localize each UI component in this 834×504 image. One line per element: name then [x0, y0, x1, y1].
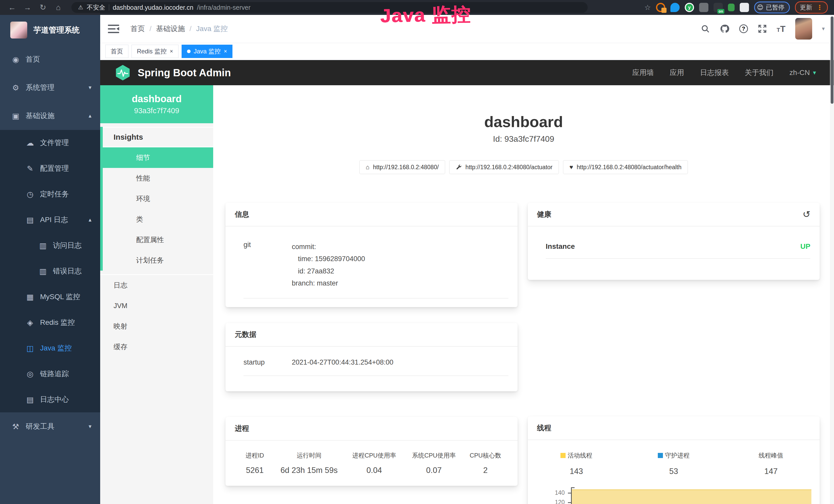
metadata-row-label: startup [243, 359, 292, 366]
user-avatar[interactable] [795, 18, 812, 40]
sidebar-item-trace[interactable]: ◎链路追踪 [0, 361, 100, 387]
breadcrumb-home[interactable]: 首页 [130, 24, 145, 33]
sba-nav-journal[interactable]: 日志报表 [700, 68, 729, 77]
app-logo-row[interactable]: 芋道管理系统 [0, 15, 100, 45]
sba-item-mappings[interactable]: 映射 [100, 316, 213, 337]
url-domain: dashboard.yudao.iocoder.cn [113, 4, 193, 11]
sba-instance-header[interactable]: dashboard 93a3fc7f7409 [100, 85, 213, 123]
active-dot [187, 49, 191, 53]
address-bar[interactable]: ⚠ 不安全 dashboard.yudao.iocoder.cn/infra/a… [71, 2, 588, 13]
sba-item-metrics[interactable]: 性能 [103, 168, 213, 188]
sba-locale-select[interactable]: zh-CN▾ [790, 69, 816, 77]
search-icon[interactable] [701, 24, 710, 33]
chevron-down-icon: ▾ [89, 84, 91, 91]
metadata-startup-row: startup 2021-04-27T00:44:31.254+08:00 [243, 359, 508, 376]
scrollbar-thumb[interactable] [831, 17, 833, 104]
sba-nav: 应用墙 应用 日志报表 关于我们 zh-CN▾ [632, 68, 816, 77]
history-icon[interactable]: ↺ [803, 209, 810, 220]
sidebar-item-mysql-monitor[interactable]: ▦MySQL 监控 [0, 284, 100, 310]
app-title: 芋道管理系统 [34, 25, 80, 36]
infrastructure-icon: ▣ [11, 111, 20, 120]
sba-brand[interactable]: Spring Boot Admin [114, 65, 231, 81]
info-card: 信息 git commit: time: 1596289704000 id: 2… [225, 203, 518, 307]
tab-home[interactable]: 首页 [105, 45, 128, 58]
font-size-icon[interactable]: TT [777, 24, 786, 34]
browser-forward-icon[interactable]: → [22, 0, 34, 15]
sba-item-jvm[interactable]: JVM [100, 296, 213, 316]
process-val-uptime: 6d 23h 15m 59s [274, 466, 345, 475]
actuator-url: http://192.168.0.2:48080/actuator [465, 164, 552, 171]
breadcrumb-infrastructure[interactable]: 基础设施 [156, 24, 185, 33]
sba-section-insights[interactable]: Insights [103, 127, 213, 147]
sba-item-caches[interactable]: 缓存 [100, 337, 213, 357]
tab-java-monitor[interactable]: Java 监控× [182, 45, 233, 58]
close-icon[interactable]: × [170, 48, 173, 55]
sidebar-item-error-log[interactable]: ▥错误日志 [0, 258, 100, 284]
redis-icon: ◈ [26, 318, 35, 327]
legend-daemon-threads: 守护进程 53 [625, 451, 722, 476]
emoji-avatar: 😊 [757, 4, 763, 11]
sidebar-item-label: Java 监控 [40, 343, 72, 353]
sidebar-item-access-log[interactable]: ▥访问日志 [0, 233, 100, 258]
extension-icon-grid[interactable] [699, 3, 708, 12]
process-col-cpus: CPU核心数 [464, 451, 507, 460]
extensions-puzzle-icon[interactable] [740, 3, 749, 12]
chevron-up-icon: ▴ [89, 216, 91, 223]
browser-reload-icon[interactable]: ↻ [37, 0, 49, 15]
browser-home-icon[interactable]: ⌂ [52, 0, 64, 15]
extension-icon-y[interactable]: y [685, 3, 694, 12]
info-row-label: git [243, 241, 292, 289]
sba-item-logs[interactable]: 日志 [100, 275, 213, 296]
paused-label: 已暂停 [766, 3, 785, 12]
api-log-icon: ▤ [26, 215, 35, 224]
sidebar-collapse-icon[interactable] [108, 24, 119, 33]
sba-item-environment[interactable]: 环境 [103, 188, 213, 209]
sidebar-item-config-manage[interactable]: ✎配置管理 [0, 156, 100, 181]
sidebar-item-java-monitor[interactable]: ◫Java 监控 [0, 335, 100, 361]
y-tick-140: 140 [538, 489, 565, 496]
extension-icon-pin[interactable] [671, 3, 680, 12]
sba-nav-applications[interactable]: 应用 [670, 68, 684, 77]
sba-nav-wallboard[interactable]: 应用墙 [632, 68, 654, 77]
actuator-url-button[interactable]: http://192.168.0.2:48080/actuator [449, 160, 559, 174]
sidebar-item-redis-monitor[interactable]: ◈Redis 监控 [0, 310, 100, 335]
sidebar-item-dev-tools[interactable]: ⚒ 研发工具 ▾ [0, 412, 100, 441]
sidebar-item-home[interactable]: ◉ 首页 [0, 45, 100, 73]
git-branch-line: branch: master [292, 277, 365, 289]
sidebar-item-label: 配置管理 [40, 164, 69, 173]
profile-paused-pill[interactable]: 😊已暂停 [754, 2, 790, 13]
tab-redis-monitor[interactable]: Redis 监控× [132, 45, 178, 58]
extension-icon-switch[interactable]: on [714, 3, 723, 12]
sba-item-classes[interactable]: 类 [103, 209, 213, 230]
fullscreen-icon[interactable] [758, 24, 767, 33]
avatar-caret-icon[interactable]: ▾ [822, 25, 825, 32]
extension-icon-leaf[interactable] [728, 4, 734, 11]
page-scrollbar[interactable] [830, 15, 834, 504]
sidebar-item-api-log[interactable]: ▤API 日志▴ [0, 207, 100, 233]
sidebar-item-system[interactable]: ⚙ 系统管理 ▾ [0, 73, 100, 102]
sba-nav-about[interactable]: 关于我们 [745, 68, 774, 77]
dashboard-icon: ◉ [11, 55, 20, 64]
help-icon[interactable]: ? [739, 24, 748, 33]
legend-peak-threads: 线程峰值 147 [722, 451, 820, 476]
bookmark-star-icon[interactable]: ☆ [644, 3, 651, 12]
browser-back-icon[interactable]: ← [6, 0, 18, 15]
cards-right-column: 健康 ↺ Instance UP [528, 203, 820, 504]
chevron-up-icon: ▴ [89, 112, 91, 119]
browser-update-button[interactable]: 更新⋮ [795, 1, 828, 14]
sidebar-item-file-manage[interactable]: ☁文件管理 [0, 130, 100, 156]
sba-item-scheduled-tasks[interactable]: 计划任务 [103, 250, 213, 271]
process-val-cpus: 2 [464, 466, 507, 475]
sba-item-details[interactable]: 细节 [103, 147, 213, 168]
sidebar-item-log-center[interactable]: ▤日志中心 [0, 387, 100, 412]
sba-item-config-props[interactable]: 配置属性 [103, 230, 213, 250]
browser-menu-icon[interactable]: ⋮ [816, 4, 823, 12]
health-url-button[interactable]: ♥ http://192.168.0.2:48080/actuator/heal… [563, 160, 688, 174]
github-icon[interactable] [720, 24, 729, 33]
app-sidebar: 芋道管理系统 ◉ 首页 ⚙ 系统管理 ▾ ▣ 基础设施 ▴ ☁文件管理 ✎配置管… [0, 15, 100, 504]
close-icon[interactable]: × [224, 48, 227, 55]
sidebar-item-infrastructure[interactable]: ▣ 基础设施 ▴ [0, 102, 100, 130]
service-url-button[interactable]: ⌂ http://192.168.0.2:48080/ [359, 160, 445, 174]
extension-icon-colorzilla[interactable] [656, 3, 665, 12]
sidebar-item-scheduled-jobs[interactable]: ◷定时任务 [0, 181, 100, 207]
